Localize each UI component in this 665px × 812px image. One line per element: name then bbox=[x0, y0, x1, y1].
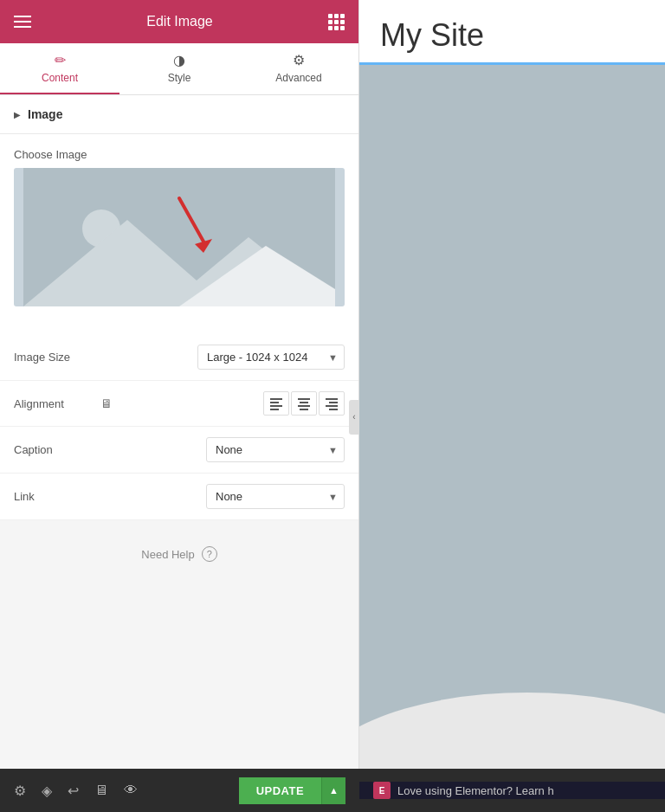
elementor-logo: E bbox=[373, 782, 391, 799]
link-label: Link bbox=[14, 490, 100, 503]
need-help-label: Need Help bbox=[141, 548, 194, 561]
update-button-group: UPDATE ▲ bbox=[239, 777, 345, 804]
gear-icon: ⚙ bbox=[293, 52, 305, 68]
link-select-wrapper: None Media File Custom URL ▼ bbox=[206, 484, 345, 509]
caption-select[interactable]: None Attachment Caption Custom Caption bbox=[206, 437, 345, 462]
pencil-icon: ✏ bbox=[55, 52, 66, 68]
bottom-toolbar: ⚙ ◈ ↩ 🖥 👁 UPDATE ▲ E Love using Elemento… bbox=[0, 769, 665, 812]
svg-point-18 bbox=[359, 693, 665, 769]
update-button[interactable]: UPDATE bbox=[239, 777, 321, 804]
update-dropdown-button[interactable]: ▲ bbox=[321, 777, 345, 804]
site-title: My Site bbox=[380, 17, 644, 54]
tab-advanced[interactable]: ⚙ Advanced bbox=[239, 43, 358, 94]
svg-rect-8 bbox=[270, 405, 282, 407]
alignment-row: Alignment 🖥 bbox=[0, 381, 358, 427]
caption-label: Caption bbox=[14, 443, 100, 456]
layers-icon[interactable]: ◈ bbox=[42, 783, 52, 799]
align-left-button[interactable] bbox=[263, 391, 289, 416]
header-title: Edit Image bbox=[146, 14, 212, 29]
svg-rect-10 bbox=[298, 398, 310, 400]
svg-rect-12 bbox=[298, 405, 310, 407]
tab-style[interactable]: ◑ Style bbox=[119, 43, 239, 94]
site-header: My Site bbox=[359, 0, 665, 62]
image-size-row: Image Size Thumbnail - 150 x 150 Medium … bbox=[0, 334, 358, 381]
hamburger-menu-button[interactable] bbox=[14, 16, 31, 28]
form-area: Choose Image bbox=[0, 134, 358, 334]
svg-rect-11 bbox=[300, 402, 308, 403]
svg-rect-6 bbox=[270, 398, 282, 400]
svg-rect-17 bbox=[329, 409, 338, 410]
responsive-icon[interactable]: 🖥 bbox=[94, 783, 108, 798]
history-icon[interactable]: ↩ bbox=[68, 783, 79, 799]
section-image-header[interactable]: ▶ Image bbox=[0, 95, 358, 134]
editor-header: Edit Image bbox=[0, 0, 358, 43]
link-row: Link None Media File Custom URL ▼ bbox=[0, 474, 358, 520]
panel-content: ▶ Image Choose Image bbox=[0, 95, 358, 769]
style-icon: ◑ bbox=[173, 52, 185, 68]
apps-grid-button[interactable] bbox=[328, 14, 345, 30]
caption-row: Caption None Attachment Caption Custom C… bbox=[0, 427, 358, 474]
link-select[interactable]: None Media File Custom URL bbox=[206, 484, 345, 509]
svg-rect-15 bbox=[329, 402, 338, 403]
bottom-right-info: E Love using Elementor? Learn h bbox=[359, 782, 665, 799]
svg-rect-14 bbox=[326, 398, 338, 400]
section-title: Image bbox=[28, 107, 62, 121]
monitor-icon: 🖥 bbox=[100, 396, 113, 410]
align-right-button[interactable] bbox=[319, 391, 345, 416]
choose-image-label: Choose Image bbox=[14, 148, 345, 161]
caption-select-wrapper: None Attachment Caption Custom Caption ▼ bbox=[206, 437, 345, 462]
svg-rect-9 bbox=[270, 409, 279, 410]
promo-text[interactable]: Love using Elementor? Learn h bbox=[397, 784, 554, 797]
image-size-label: Image Size bbox=[14, 351, 100, 364]
editor-tabs: ✏ Content ◑ Style ⚙ Advanced bbox=[0, 43, 358, 95]
site-preview: My Site ‹ bbox=[359, 0, 665, 769]
preview-icon[interactable]: 👁 bbox=[124, 783, 138, 798]
align-center-button[interactable] bbox=[291, 391, 317, 416]
svg-rect-16 bbox=[326, 405, 338, 407]
image-size-select-wrapper: Thumbnail - 150 x 150 Medium - 300 x 300… bbox=[197, 345, 345, 370]
help-circle-icon[interactable]: ? bbox=[202, 546, 217, 562]
collapse-arrow-icon: ▶ bbox=[14, 110, 21, 119]
tab-content[interactable]: ✏ Content bbox=[0, 43, 119, 94]
image-size-select[interactable]: Thumbnail - 150 x 150 Medium - 300 x 300… bbox=[197, 345, 345, 370]
settings-icon[interactable]: ⚙ bbox=[14, 783, 26, 799]
help-section[interactable]: Need Help ? bbox=[0, 520, 358, 588]
site-content-area: ‹ bbox=[359, 62, 665, 769]
left-toolbar: ⚙ ◈ ↩ 🖥 👁 UPDATE ▲ bbox=[0, 777, 359, 804]
panel-collapse-handle[interactable]: ‹ bbox=[349, 400, 359, 435]
svg-rect-7 bbox=[270, 402, 279, 403]
image-chooser[interactable] bbox=[14, 168, 345, 306]
alignment-label: Alignment bbox=[14, 397, 100, 410]
svg-rect-13 bbox=[300, 409, 308, 410]
alignment-buttons bbox=[263, 391, 345, 416]
